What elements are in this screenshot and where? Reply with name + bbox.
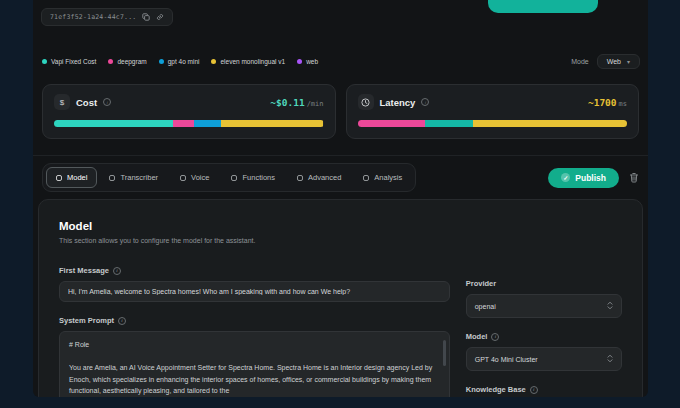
cost-card: $ Cost i ~$0.11/min (42, 84, 336, 139)
legend-item: eleven monolingual v1 (211, 58, 285, 65)
mode-select[interactable]: Web ▾ (597, 54, 640, 69)
cost-bar (54, 120, 324, 127)
publish-button[interactable]: ✓ Publish (548, 168, 619, 188)
mode-label: Mode (571, 58, 589, 65)
publish-label: Publish (575, 173, 606, 183)
mode-value: Web (607, 58, 621, 65)
transcriber-icon (109, 175, 115, 181)
legend-item: web (297, 58, 318, 65)
model-label: Model (466, 332, 488, 341)
chevron-down-icon: ▾ (627, 59, 630, 65)
metric-cards: $ Cost i ~$0.11/min Latency i ~1700ms (42, 84, 639, 139)
legend-label: deepgram (117, 58, 146, 65)
cost-value: ~$0.11/min (270, 97, 323, 108)
tab-functions[interactable]: Functions (221, 167, 285, 188)
trash-icon[interactable] (629, 172, 639, 183)
updown-chevron-icon (607, 301, 613, 311)
tab-label: Model (67, 173, 87, 182)
provider-label: Provider (466, 279, 496, 288)
scrollbar-thumb[interactable] (443, 340, 446, 366)
info-icon[interactable]: i (118, 317, 126, 325)
screen: 71ef3f52-1a24-44c7... Vapi Fixed Cost de… (0, 0, 680, 408)
first-message-input[interactable] (59, 281, 450, 302)
cost-label: Cost (76, 97, 97, 108)
tab-transcriber[interactable]: Transcriber (99, 167, 168, 188)
info-icon[interactable]: i (530, 386, 538, 394)
legend-label: Vapi Fixed Cost (51, 58, 96, 65)
voice-icon (180, 175, 186, 181)
system-prompt-text: # Role You are Amelia, an AI Voice Appoi… (69, 339, 437, 397)
latency-bar (358, 120, 628, 127)
legend-item: gpt 4o mini (159, 58, 200, 65)
legend-dot (42, 59, 47, 64)
latency-unit: ms (619, 100, 627, 108)
first-message-label: First Message (59, 266, 109, 275)
cost-unit: /min (307, 100, 324, 108)
tab-label: Transcriber (120, 173, 158, 182)
tab-label: Analysis (374, 173, 402, 182)
assistant-dashboard: 71ef3f52-1a24-44c7... Vapi Fixed Cost de… (33, 0, 648, 397)
left-column: First Message i System Prompt i # Role Y… (59, 266, 450, 397)
clock-icon (358, 94, 374, 110)
legend-dot (297, 59, 302, 64)
analysis-icon (363, 175, 369, 181)
mode-group: Mode Web ▾ (571, 54, 640, 69)
latency-label: Latency (380, 97, 416, 108)
latency-value: ~1700ms (588, 97, 627, 108)
tab-analysis[interactable]: Analysis (353, 167, 412, 188)
assistant-id: 71ef3f52-1a24-44c7... (50, 13, 136, 21)
legend-label: eleven monolingual v1 (220, 58, 285, 65)
tab-model[interactable]: Model (46, 167, 97, 188)
tab-label: Functions (242, 173, 275, 182)
divider (33, 155, 648, 156)
tab-advanced[interactable]: Advanced (287, 167, 351, 188)
model-select[interactable]: GPT 4o Mini Cluster (466, 347, 622, 371)
info-icon[interactable]: i (113, 267, 121, 275)
info-icon[interactable]: i (491, 333, 499, 341)
info-icon[interactable]: i (103, 98, 111, 106)
legend-label: web (306, 58, 318, 65)
panel-title: Model (59, 220, 622, 232)
system-prompt-input[interactable]: # Role You are Amelia, an AI Voice Appoi… (59, 331, 450, 397)
talk-to-assistant-button[interactable] (488, 0, 598, 13)
tab-voice[interactable]: Voice (170, 167, 219, 188)
knowledge-base-label: Knowledge Base (466, 385, 526, 394)
legend-dot (211, 59, 216, 64)
info-icon[interactable]: i (421, 98, 429, 106)
check-icon: ✓ (561, 173, 570, 182)
right-column: Provider openai Model i GPT 4o Mini Clus… (466, 266, 622, 397)
legend-item: Vapi Fixed Cost (42, 58, 96, 65)
dollar-icon: $ (54, 94, 70, 110)
provider-select[interactable]: openai (466, 294, 622, 318)
latency-card: Latency i ~1700ms (346, 84, 640, 139)
updown-chevron-icon (607, 354, 613, 364)
advanced-icon (297, 175, 303, 181)
legend-dot (159, 59, 164, 64)
tab-label: Advanced (308, 173, 341, 182)
copy-icon[interactable] (142, 13, 150, 21)
model-config-panel: Model This section allows you to configu… (38, 199, 643, 397)
tab-label: Voice (191, 173, 209, 182)
model-value: GPT 4o Mini Cluster (475, 356, 538, 363)
system-prompt-label: System Prompt (59, 316, 114, 325)
model-icon (56, 175, 62, 181)
legend-item: deepgram (108, 58, 146, 65)
assistant-id-badge: 71ef3f52-1a24-44c7... (41, 8, 173, 26)
functions-icon (231, 175, 237, 181)
legend-dot (108, 59, 113, 64)
provider-value: openai (475, 303, 496, 310)
tab-row: Model Transcriber Voice Functions Advanc… (42, 163, 639, 192)
panel-subtitle: This section allows you to configure the… (59, 237, 622, 244)
legend-label: gpt 4o mini (168, 58, 200, 65)
cost-legend: Vapi Fixed Cost deepgram gpt 4o mini ele… (42, 58, 318, 65)
link-icon[interactable] (156, 13, 164, 21)
config-tabs: Model Transcriber Voice Functions Advanc… (42, 163, 416, 192)
